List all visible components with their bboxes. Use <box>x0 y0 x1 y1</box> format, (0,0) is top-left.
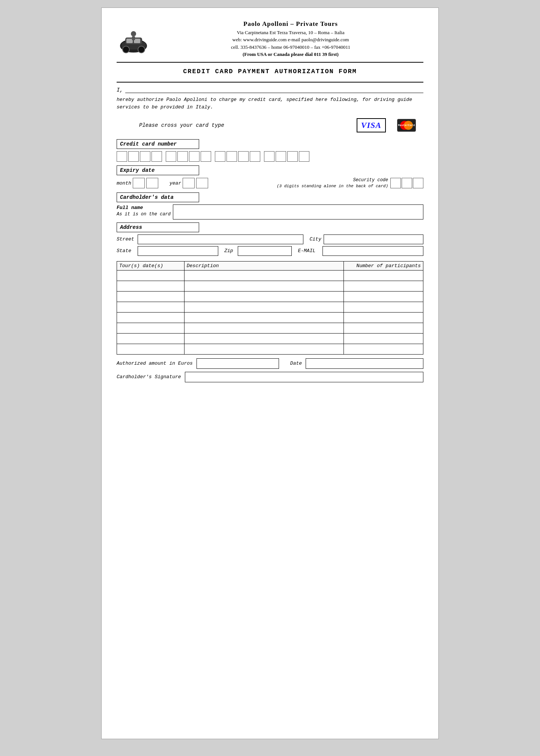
tour-date-cell[interactable] <box>117 281 184 291</box>
cc-digit[interactable] <box>238 151 249 162</box>
page: Paolo Apolloni – Private Tours Via Carpi… <box>101 8 439 739</box>
expiry-date-label: Expiry date <box>117 165 199 175</box>
full-name-label: Full name As it is on the card <box>117 204 171 219</box>
year-box-1[interactable] <box>183 178 195 188</box>
full-name-sub: As it is on the card <box>117 211 171 218</box>
description-header: Description <box>184 261 344 270</box>
address-line4: (From USA or Canada please dial 011 39 f… <box>158 51 423 58</box>
year-label: year <box>170 180 181 186</box>
cc-digit[interactable] <box>226 151 237 162</box>
card-type-label: Please cross your card type <box>139 122 224 128</box>
cc-digit[interactable] <box>189 151 200 162</box>
tour-table-row <box>117 281 423 291</box>
description-cell[interactable] <box>184 323 344 333</box>
security-boxes <box>390 178 423 188</box>
security-box-1[interactable] <box>390 178 401 188</box>
cc-group-4 <box>264 151 309 162</box>
tour-table-row <box>117 270 423 281</box>
tour-date-cell[interactable] <box>117 312 184 323</box>
cc-digit[interactable] <box>166 151 176 162</box>
month-box-2[interactable] <box>146 178 158 188</box>
participants-cell[interactable] <box>344 333 423 344</box>
tour-date-cell[interactable] <box>117 333 184 344</box>
description-cell[interactable] <box>184 344 344 354</box>
cc-digit[interactable] <box>250 151 260 162</box>
i-signature-line <box>125 86 423 93</box>
cc-digit[interactable] <box>117 151 127 162</box>
participants-cell[interactable] <box>344 270 423 281</box>
cc-digit[interactable] <box>215 151 225 162</box>
signature-input[interactable] <box>185 372 423 382</box>
participants-header: Number of participants <box>344 261 423 270</box>
full-name-title: Full name <box>117 204 171 211</box>
description-cell[interactable] <box>184 302 344 312</box>
zip-label: Zip <box>224 248 236 254</box>
cc-digit[interactable] <box>201 151 211 162</box>
tour-table-row <box>117 333 423 344</box>
description-cell[interactable] <box>184 312 344 323</box>
tour-date-cell[interactable] <box>117 270 184 281</box>
cardholder-data-label: Cardholder's data <box>117 192 199 202</box>
year-box-2[interactable] <box>196 178 208 188</box>
full-name-input[interactable] <box>173 204 423 219</box>
tour-date-cell[interactable] <box>117 344 184 354</box>
tour-date-cell[interactable] <box>117 323 184 333</box>
company-logo <box>117 22 150 56</box>
month-field: month <box>117 178 158 188</box>
cc-digit[interactable] <box>276 151 286 162</box>
security-code-title: Security code <box>277 177 388 183</box>
date-input[interactable] <box>306 358 423 369</box>
svg-rect-3 <box>126 39 133 43</box>
cc-digit[interactable] <box>128 151 139 162</box>
cardholder-section: Cardholder's data Full name As it is on … <box>117 192 423 256</box>
cc-group-3 <box>215 151 260 162</box>
participants-cell[interactable] <box>344 281 423 291</box>
expiry-row: month year Security code (3 digits stand… <box>117 177 423 189</box>
street-city-row: Street City <box>117 234 423 244</box>
tour-date-cell[interactable] <box>117 291 184 302</box>
cc-digit[interactable] <box>264 151 274 162</box>
description-cell[interactable] <box>184 333 344 344</box>
full-name-row: Full name As it is on the card <box>117 204 423 219</box>
security-code-sub: (3 digits standing alone in the back of … <box>277 183 388 189</box>
tour-date-cell[interactable] <box>117 302 184 312</box>
description-cell[interactable] <box>184 281 344 291</box>
participants-cell[interactable] <box>344 291 423 302</box>
participants-cell[interactable] <box>344 312 423 323</box>
year-field: year <box>170 178 208 188</box>
card-type-row: Please cross your card type VISA MasterC… <box>117 118 423 132</box>
header: Paolo Apolloni – Private Tours Via Carpi… <box>117 19 423 58</box>
mastercard-logo[interactable]: MasterCard <box>397 119 416 132</box>
cc-digit[interactable] <box>287 151 298 162</box>
description-cell[interactable] <box>184 291 344 302</box>
security-box-2[interactable] <box>402 178 412 188</box>
tour-table-row <box>117 312 423 323</box>
month-box-1[interactable] <box>133 178 145 188</box>
security-box-3[interactable] <box>413 178 423 188</box>
city-input[interactable] <box>324 234 423 244</box>
email-input[interactable] <box>322 246 423 256</box>
tour-table: Tour(s) date(s) Description Number of pa… <box>117 261 423 355</box>
credit-card-number-section: Credit card number <box>117 139 423 162</box>
security-code-section: Security code (3 digits standing alone i… <box>277 177 423 189</box>
street-input[interactable] <box>138 234 303 244</box>
expiry-section: Expiry date month year Security code (3 … <box>117 165 423 189</box>
cc-digit[interactable] <box>177 151 188 162</box>
svg-point-6 <box>138 46 145 53</box>
zip-input[interactable] <box>238 246 292 256</box>
cc-group-2 <box>166 151 211 162</box>
participants-cell[interactable] <box>344 302 423 312</box>
form-title: CREDIT CARD PAYMENT AUTHORIZATION FORM <box>117 68 423 75</box>
address-line3: cell. 335-8437636 – home 06-97040010 – f… <box>158 44 423 51</box>
cc-digit[interactable] <box>140 151 150 162</box>
participants-cell[interactable] <box>344 344 423 354</box>
participants-cell[interactable] <box>344 323 423 333</box>
cc-digit[interactable] <box>299 151 309 162</box>
cc-digit[interactable] <box>152 151 162 162</box>
state-input[interactable] <box>138 246 218 256</box>
state-label: State <box>117 248 135 254</box>
month-label: month <box>117 180 131 186</box>
visa-logo[interactable]: VISA <box>357 118 386 132</box>
authorized-amount-input[interactable] <box>196 358 279 369</box>
description-cell[interactable] <box>184 270 344 281</box>
